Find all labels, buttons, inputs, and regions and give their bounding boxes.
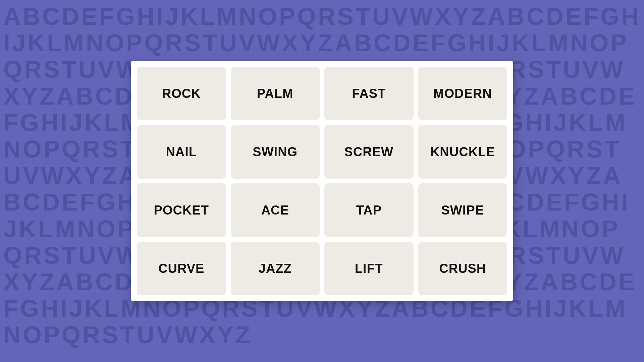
card-label-swing: SWING (253, 145, 298, 159)
card-label-screw: SCREW (344, 145, 393, 159)
card-label-rock: ROCK (162, 86, 201, 101)
card-label-nail: NAIL (166, 145, 197, 159)
card-ace[interactable]: ACE (231, 183, 320, 237)
card-label-tap: TAP (356, 203, 382, 218)
card-modern[interactable]: MODERN (418, 67, 507, 120)
card-swing[interactable]: SWING (231, 125, 320, 179)
card-fast[interactable]: FAST (324, 67, 414, 120)
card-screw[interactable]: SCREW (324, 125, 414, 179)
card-lift[interactable]: LIFT (324, 242, 414, 295)
card-swipe[interactable]: SWIPE (418, 183, 507, 237)
card-label-knuckle: KNUCKLE (430, 145, 495, 159)
card-label-pocket: POCKET (154, 203, 209, 218)
card-tap[interactable]: TAP (324, 183, 414, 237)
card-label-modern: MODERN (433, 86, 492, 101)
card-palm[interactable]: PALM (231, 67, 320, 120)
card-knuckle[interactable]: KNUCKLE (418, 125, 507, 179)
card-jazz[interactable]: JAZZ (231, 242, 320, 295)
card-label-jazz: JAZZ (259, 261, 292, 276)
card-label-curve: CURVE (158, 261, 204, 276)
card-label-lift: LIFT (355, 261, 383, 276)
card-crush[interactable]: CRUSH (418, 242, 507, 295)
card-rock[interactable]: ROCK (137, 67, 226, 120)
card-label-crush: CRUSH (439, 261, 486, 276)
card-pocket[interactable]: POCKET (137, 183, 226, 237)
card-nail[interactable]: NAIL (137, 125, 226, 179)
word-grid: ROCKPALMFASTMODERNNAILSWINGSCREWKNUCKLEP… (137, 67, 507, 295)
card-label-ace: ACE (261, 203, 289, 218)
card-label-fast: FAST (352, 86, 386, 101)
card-label-swipe: SWIPE (441, 203, 484, 218)
card-label-palm: PALM (257, 86, 293, 101)
card-curve[interactable]: CURVE (137, 242, 226, 295)
card-panel: ROCKPALMFASTMODERNNAILSWINGSCREWKNUCKLEP… (131, 61, 513, 301)
